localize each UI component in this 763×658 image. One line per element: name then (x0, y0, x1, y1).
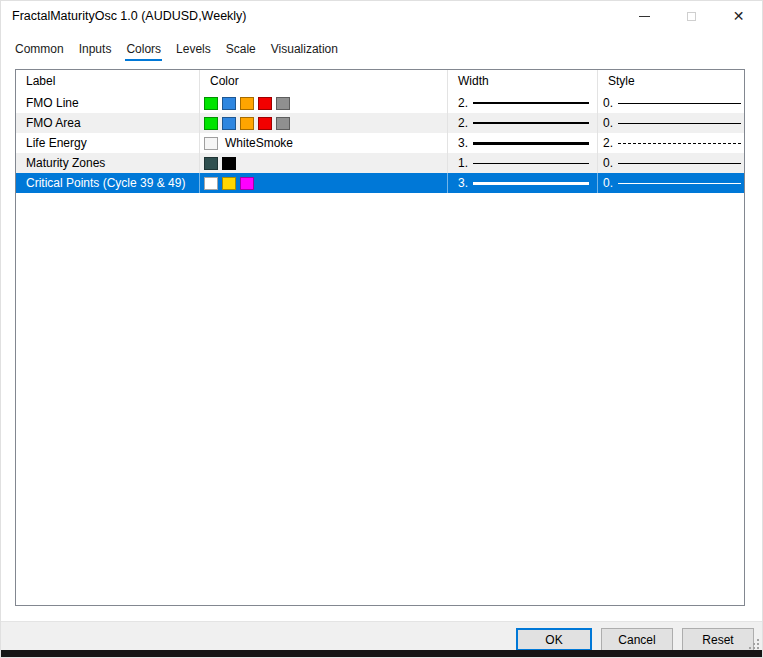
width-value: 2. (458, 96, 471, 110)
style-line-sample (618, 123, 741, 124)
color-swatch[interactable] (258, 97, 272, 110)
tab-levels[interactable]: Levels (175, 36, 212, 61)
tab-visualization[interactable]: Visualization (270, 36, 339, 61)
maximize-button (668, 1, 715, 31)
style-cell[interactable]: 2. (598, 133, 744, 153)
table-header-row: Label Color Width Style (16, 70, 744, 93)
color-cell[interactable]: WhiteSmoke (200, 133, 448, 153)
style-value: 0. (603, 156, 616, 170)
window-title: FractalMaturityOsc 1.0 (AUDUSD,Weekly) (12, 9, 247, 23)
width-line-sample (473, 142, 589, 145)
row-label: Critical Points (Cycle 39 & 49) (26, 176, 185, 190)
titlebar: FractalMaturityOsc 1.0 (AUDUSD,Weekly) ✕ (1, 1, 762, 31)
style-value: 0. (603, 96, 616, 110)
width-value: 1. (458, 156, 471, 170)
tab-scale[interactable]: Scale (225, 36, 257, 61)
style-cell[interactable]: 0. (598, 153, 744, 173)
indicator-properties-dialog: FractalMaturityOsc 1.0 (AUDUSD,Weekly) ✕… (0, 0, 763, 658)
table-row[interactable]: Maturity Zones1.0. (16, 153, 744, 173)
width-cell[interactable]: 3. (448, 133, 598, 153)
row-label: FMO Area (26, 116, 81, 130)
column-header-label: Label (16, 70, 200, 93)
table-row[interactable]: FMO Area2.0. (16, 113, 744, 133)
width-value: 2. (458, 116, 471, 130)
color-swatch[interactable] (240, 97, 254, 110)
style-value: 0. (603, 176, 616, 190)
color-swatch[interactable] (276, 117, 290, 130)
tab-bar: CommonInputsColorsLevelsScaleVisualizati… (1, 31, 762, 61)
color-swatch[interactable] (222, 97, 236, 110)
tab-common[interactable]: Common (14, 36, 65, 61)
minimize-button[interactable] (621, 1, 668, 31)
color-swatch[interactable] (204, 177, 218, 190)
colors-table: Label Color Width Style FMO Line2.0.FMO … (15, 69, 745, 606)
color-name: WhiteSmoke (225, 136, 293, 150)
color-swatch[interactable] (204, 137, 218, 150)
width-cell[interactable]: 3. (448, 173, 598, 193)
width-line-sample (473, 102, 589, 104)
style-line-sample (618, 103, 741, 104)
ok-button[interactable]: OK (516, 628, 592, 651)
color-swatch[interactable] (204, 97, 218, 110)
button-bar: OK Cancel Reset (1, 621, 762, 652)
color-swatch[interactable] (258, 117, 272, 130)
style-line-sample (618, 183, 741, 184)
close-icon: ✕ (733, 9, 745, 23)
color-swatch[interactable] (222, 177, 236, 190)
width-value: 3. (458, 136, 471, 150)
close-button[interactable]: ✕ (715, 1, 762, 31)
color-swatch[interactable] (204, 157, 218, 170)
table-row[interactable]: Critical Points (Cycle 39 & 49)3.0. (16, 173, 744, 193)
table-row[interactable]: FMO Line2.0. (16, 93, 744, 113)
color-swatch[interactable] (276, 97, 290, 110)
style-cell[interactable]: 0. (598, 93, 744, 113)
style-cell[interactable]: 0. (598, 113, 744, 133)
color-cell[interactable] (200, 153, 448, 173)
color-cell[interactable] (200, 93, 448, 113)
window-controls: ✕ (621, 1, 762, 31)
color-swatch[interactable] (222, 117, 236, 130)
color-swatch[interactable] (204, 117, 218, 130)
style-line-sample (618, 163, 741, 164)
row-label: FMO Line (26, 96, 79, 110)
row-label: Maturity Zones (26, 156, 105, 170)
width-cell[interactable]: 1. (448, 153, 598, 173)
width-cell[interactable]: 2. (448, 93, 598, 113)
column-header-width: Width (448, 70, 598, 93)
reset-button[interactable]: Reset (682, 628, 754, 651)
color-cell[interactable] (200, 173, 448, 193)
color-swatch[interactable] (222, 157, 236, 170)
row-label: Life Energy (26, 136, 87, 150)
color-swatch[interactable] (240, 177, 254, 190)
background-strip (1, 650, 762, 657)
color-cell[interactable] (200, 113, 448, 133)
tab-colors[interactable]: Colors (125, 36, 162, 61)
width-line-sample (473, 163, 589, 164)
style-line-sample (618, 143, 741, 144)
width-line-sample (473, 122, 589, 124)
width-value: 3. (458, 176, 471, 190)
table-row[interactable]: Life EnergyWhiteSmoke3.2. (16, 133, 744, 153)
cancel-button[interactable]: Cancel (601, 628, 673, 651)
width-cell[interactable]: 2. (448, 113, 598, 133)
style-value: 0. (603, 116, 616, 130)
table-rows: FMO Line2.0.FMO Area2.0.Life EnergyWhite… (16, 93, 744, 193)
column-header-style: Style (598, 70, 744, 93)
resize-grip[interactable] (748, 638, 760, 650)
tab-inputs[interactable]: Inputs (78, 36, 113, 61)
style-value: 2. (603, 136, 616, 150)
column-header-color: Color (200, 70, 448, 93)
width-line-sample (473, 182, 589, 185)
color-swatch[interactable] (240, 117, 254, 130)
minimize-icon (639, 16, 650, 17)
maximize-icon (687, 12, 696, 21)
style-cell[interactable]: 0. (598, 173, 744, 193)
